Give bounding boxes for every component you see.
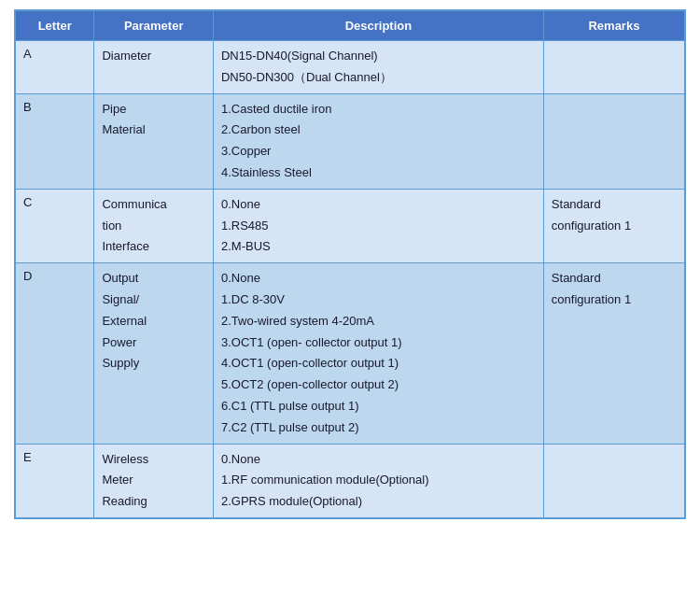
cell-remarks: Standardconfiguration 1 [543, 189, 684, 262]
cell-parameter: WirelessMeterReading [94, 444, 214, 517]
cell-letter: B [16, 93, 94, 189]
cell-letter: A [16, 41, 94, 94]
table-header: Letter Parameter Description Remarks [16, 11, 685, 41]
table-row: BPipeMaterial1.Casted ductile iron2.Carb… [16, 93, 685, 189]
cell-remarks [543, 41, 684, 94]
table-body: ADiameterDN15-DN40(Signal Channel)DN50-D… [16, 41, 685, 518]
header-parameter: Parameter [94, 11, 214, 41]
header-row: Letter Parameter Description Remarks [16, 11, 685, 41]
cell-parameter: Diameter [94, 41, 214, 94]
header-description: Description [213, 11, 543, 41]
main-table-wrapper: Letter Parameter Description Remarks ADi… [14, 9, 686, 519]
cell-description: 0.None1.DC 8-30V2.Two-wired system 4-20m… [213, 263, 543, 444]
parameter-table: Letter Parameter Description Remarks ADi… [15, 10, 685, 518]
cell-remarks [543, 93, 684, 189]
cell-remarks [543, 444, 684, 517]
cell-parameter: CommunicationInterface [94, 189, 214, 262]
header-letter: Letter [16, 11, 94, 41]
cell-description: 1.Casted ductile iron2.Carbon steel3.Cop… [213, 93, 543, 189]
header-remarks: Remarks [543, 11, 684, 41]
cell-description: DN15-DN40(Signal Channel)DN50-DN300（Dual… [213, 41, 543, 94]
cell-parameter: PipeMaterial [94, 93, 214, 189]
cell-letter: E [16, 444, 94, 517]
cell-parameter: OutputSignal/ExternalPowerSupply [94, 263, 214, 444]
cell-description: 0.None1.RS4852.M-BUS [213, 189, 543, 262]
table-row: ADiameterDN15-DN40(Signal Channel)DN50-D… [16, 41, 685, 94]
table-row: EWirelessMeterReading0.None1.RF communic… [16, 444, 685, 517]
cell-letter: C [16, 189, 94, 262]
cell-description: 0.None1.RF communication module(Optional… [213, 444, 543, 517]
table-row: DOutputSignal/ExternalPowerSupply0.None1… [16, 263, 685, 444]
cell-remarks: Standardconfiguration 1 [543, 263, 684, 444]
cell-letter: D [16, 263, 94, 444]
table-row: CCommunicationInterface0.None1.RS4852.M-… [16, 189, 685, 262]
